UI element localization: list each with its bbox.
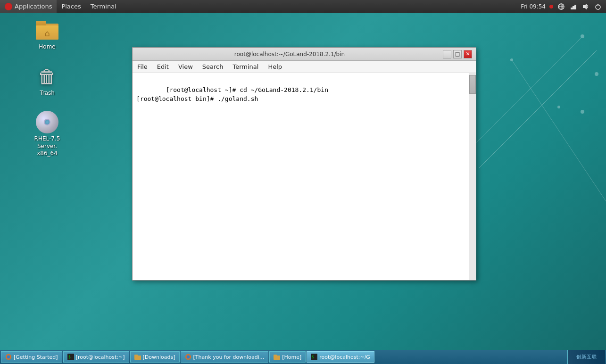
- scrollbar[interactable]: [469, 73, 476, 280]
- taskbar-root-bin-label: root@localhost:~/G: [319, 354, 370, 360]
- taskbar-item-getting-started[interactable]: [Getting Started]: [1, 351, 62, 363]
- terminal-icon-0: $_: [67, 354, 74, 360]
- close-button[interactable]: ✕: [464, 50, 472, 58]
- window-controls: − □ ✕: [443, 50, 472, 58]
- distro-logo-icon: [5, 3, 12, 10]
- menu-terminal[interactable]: Terminal: [228, 61, 263, 73]
- minimize-button[interactable]: −: [443, 50, 451, 58]
- trash-icon-label: Trash: [40, 90, 55, 97]
- taskbar-thank-you-label: [Thank you for downloadi...: [193, 354, 265, 360]
- taskbar-item-root-localhost[interactable]: $_ [root@localhost:~]: [63, 351, 129, 363]
- firefox-icon: [5, 354, 12, 360]
- rhel-disc-icon[interactable]: RHEL-7.5 Server. x86_64: [28, 111, 66, 157]
- taskbar-item-thank-you[interactable]: [Thank you for downloadi...: [181, 351, 269, 363]
- svg-point-2: [581, 34, 584, 38]
- trash-image-icon: 🗑: [36, 65, 58, 88]
- svg-point-25: [186, 356, 190, 359]
- firefox-icon-2: [185, 354, 191, 360]
- window-titlebar: root@localhost:~/GoLand-2018.2.1/bin − □…: [133, 48, 476, 61]
- terminal-menu[interactable]: Terminal: [86, 0, 121, 13]
- menu-edit[interactable]: Edit: [152, 61, 174, 73]
- svg-rect-12: [571, 8, 573, 9]
- svg-text:$_: $_: [68, 355, 73, 359]
- svg-point-19: [7, 356, 10, 359]
- scrollbar-thumb[interactable]: [469, 75, 476, 94]
- svg-rect-27: [274, 355, 277, 356]
- desktop: Applications Places Terminal Fri 09:54: [0, 0, 606, 364]
- volume-icon[interactable]: [581, 2, 590, 11]
- svg-point-4: [581, 110, 584, 114]
- window-menubar: File Edit View Search Terminal Help: [133, 61, 476, 73]
- taskbar: [Getting Started] $_ [root@localhost:~] …: [0, 350, 606, 364]
- window-title: root@localhost:~/GoLand-2018.2.1/bin: [136, 51, 443, 58]
- record-indicator: [549, 5, 553, 8]
- folder-icon-taskbar: [134, 354, 141, 360]
- cd-image-icon: [36, 111, 58, 133]
- applications-label: Applications: [15, 3, 52, 10]
- svg-line-5: [512, 60, 606, 201]
- svg-point-6: [510, 58, 513, 61]
- svg-line-0: [465, 36, 582, 154]
- svg-marker-15: [583, 4, 587, 9]
- power-icon[interactable]: [594, 2, 602, 11]
- applications-menu[interactable]: Applications: [0, 0, 57, 13]
- terminal-window: root@localhost:~/GoLand-2018.2.1/bin − □…: [132, 47, 476, 281]
- terminal-icon-1: $_: [311, 354, 317, 360]
- svg-rect-14: [574, 5, 576, 9]
- taskbar-item-downloads[interactable]: [Downloads]: [130, 351, 180, 363]
- home-icon-label: Home: [39, 43, 55, 51]
- taskbar-item-root-bin[interactable]: $_ root@localhost:~/G: [307, 351, 374, 363]
- maximize-button[interactable]: □: [453, 50, 462, 58]
- desktop-icon-area: ⌂ Home 🗑 Trash RHEL-7.5 Server. x: [28, 19, 66, 157]
- svg-point-7: [557, 106, 560, 108]
- taskbar-downloads-label: [Downloads]: [143, 354, 175, 360]
- taskbar-getting-started-label: [Getting Started]: [14, 354, 58, 360]
- menu-file[interactable]: File: [133, 61, 152, 73]
- taskbar-right: 创新互联: [567, 350, 605, 364]
- top-panel: Applications Places Terminal Fri 09:54: [0, 0, 606, 13]
- rhel-icon-label: RHEL-7.5 Server. x86_64: [28, 135, 66, 157]
- svg-text:$_: $_: [312, 355, 316, 359]
- taskbar-item-home-fm[interactable]: [Home]: [269, 351, 306, 363]
- brand-logo: 创新互联: [567, 350, 605, 364]
- svg-point-3: [595, 72, 598, 76]
- svg-line-1: [479, 50, 597, 168]
- taskbar-root-localhost-label: [root@localhost:~]: [76, 354, 125, 360]
- trash-desktop-icon[interactable]: 🗑 Trash: [28, 65, 66, 97]
- svg-rect-23: [134, 355, 138, 356]
- home-icon[interactable]: ⌂ Home: [28, 19, 66, 51]
- clock: Fri 09:54: [521, 3, 546, 10]
- home-folder-icon: ⌂: [36, 19, 58, 41]
- svg-rect-13: [573, 6, 574, 9]
- network-status-icon[interactable]: [557, 2, 565, 11]
- home-folder-icon-taskbar: [274, 354, 280, 360]
- window-content: [root@localhost ~]# cd ~/GoLand-2018.2.1…: [133, 73, 476, 280]
- places-menu[interactable]: Places: [57, 0, 85, 13]
- taskbar-home-fm-label: [Home]: [282, 354, 301, 360]
- menu-search[interactable]: Search: [198, 61, 228, 73]
- network-icon[interactable]: [569, 2, 578, 11]
- menu-help[interactable]: Help: [263, 61, 287, 73]
- terminal-output[interactable]: [root@localhost ~]# cd ~/GoLand-2018.2.1…: [133, 73, 469, 280]
- menu-view[interactable]: View: [174, 61, 198, 73]
